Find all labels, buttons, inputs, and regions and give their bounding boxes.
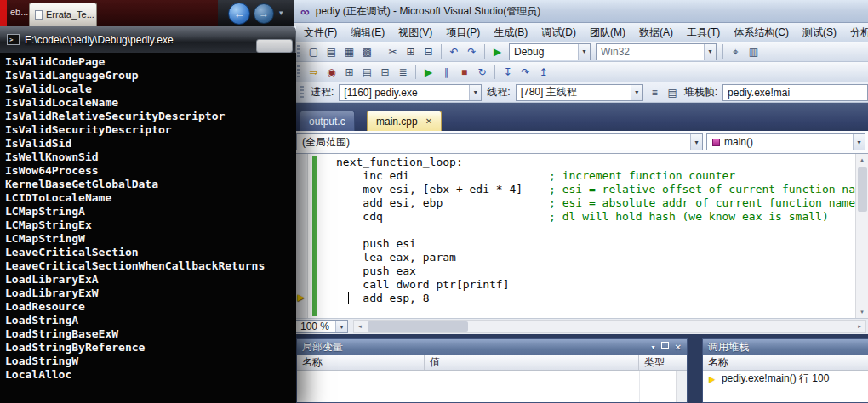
step-over-icon[interactable]: ↷ (517, 64, 534, 80)
step-into-icon[interactable]: ↧ (500, 64, 516, 80)
menu-item[interactable]: 文件(F) (297, 23, 344, 42)
scroll-up-icon[interactable]: ▴ (856, 154, 868, 166)
column-value[interactable]: 值 (425, 355, 639, 370)
vertical-scrollbar[interactable]: ▴ ▾ (855, 154, 868, 318)
menu-item[interactable]: 测试(S) (796, 23, 843, 42)
toolbar-grip[interactable] (297, 45, 300, 58)
locals-panel: 局部变量 ▾ ✕ 名称 值 类型 (296, 338, 688, 403)
thread-combo[interactable]: [780] 主线程 ▾ (516, 84, 643, 101)
text-caret (348, 292, 349, 304)
menu-item[interactable]: 工具(T) (680, 23, 727, 42)
close-icon[interactable]: ✕ (425, 117, 432, 126)
browser-tab[interactable]: Errata_Te... (29, 3, 97, 26)
redo-icon[interactable]: ↷ (464, 43, 480, 60)
undo-icon[interactable]: ↶ (446, 43, 462, 60)
console-output[interactable]: IsValidCodePageIsValidLanguageGroupIsVal… (0, 53, 296, 403)
scrollbar-thumb[interactable] (858, 167, 867, 212)
tab-main-cpp[interactable]: main.cpp ✕ (367, 111, 442, 131)
column-type[interactable]: 类型 (639, 355, 687, 370)
scrollbar-thumb[interactable] (368, 321, 468, 332)
chevron-down-icon[interactable]: ▾ (578, 44, 590, 60)
column-name[interactable]: 名称 (297, 355, 425, 370)
restart-icon[interactable]: ↻ (474, 64, 490, 80)
vertical-scrollbar[interactable] (676, 371, 687, 402)
window-menu-icon[interactable]: ▾ (652, 343, 655, 351)
types-combo[interactable]: (全局范围) ▾ (296, 133, 703, 150)
menu-item[interactable]: 数据(A) (632, 23, 680, 42)
solution-configuration-combo[interactable]: Debug ▾ (509, 43, 591, 60)
toolbar-grip[interactable] (297, 65, 300, 78)
code-text: push esi (336, 237, 549, 251)
code-line: push eax (317, 264, 855, 278)
menu-item[interactable]: 编辑(E) (344, 23, 391, 42)
forward-arrow-icon: → (259, 8, 269, 20)
save-icon[interactable]: ▦ (341, 43, 357, 60)
menu-item[interactable]: 项目(P) (439, 23, 487, 42)
chevron-down-icon[interactable]: ▾ (704, 44, 716, 60)
chevron-down-icon[interactable]: ▾ (853, 134, 865, 150)
chevron-down-icon[interactable]: ▾ (631, 85, 642, 100)
vs-title-bar[interactable]: ∞ pediy (正在调试) - Microsoft Visual Studio… (294, 0, 868, 23)
step-out-icon[interactable]: ↥ (535, 64, 551, 80)
stack-frame-combo[interactable]: pediy.exe!mai (722, 84, 868, 101)
forward-button[interactable]: → (254, 3, 274, 24)
thread-value: [780] 主线程 (521, 85, 577, 99)
console-line: LoadStringW (5, 355, 296, 368)
menu-item[interactable]: 视图(V) (391, 23, 439, 42)
callstack-row[interactable]: ► pediy.exe!main() 行 100 (703, 371, 868, 387)
tab-output-c[interactable]: output.c (300, 111, 355, 131)
callstack-window-icon[interactable]: ≣ (395, 64, 411, 80)
locals-window-icon[interactable]: ▤ (359, 64, 375, 80)
column-name[interactable]: 名称 (703, 355, 868, 370)
immediate-window-icon[interactable]: ⊞ (341, 64, 357, 80)
paste-icon[interactable]: ⊟ (420, 43, 437, 60)
callstack-panel-header[interactable]: 调用堆栈 (703, 339, 868, 355)
process-combo[interactable]: [1160] pediy.exe ▾ (339, 84, 482, 101)
pin-icon[interactable] (661, 342, 669, 353)
scroll-left-icon[interactable]: ◂ (354, 321, 366, 332)
zoom-combo[interactable]: 100 % ▾ (295, 320, 348, 333)
toolbar-grip[interactable] (300, 86, 304, 99)
members-combo[interactable]: main() ▾ (706, 133, 865, 150)
scroll-right-icon[interactable]: ▸ (854, 321, 865, 332)
locals-panel-header[interactable]: 局部变量 ▾ ✕ (297, 339, 687, 355)
find-in-files-icon[interactable]: ⌖ (728, 43, 744, 60)
code-line: call dword ptr[printf] (317, 278, 855, 292)
new-file-icon[interactable]: ▢ (306, 43, 322, 60)
back-arrow-icon: ← (234, 8, 245, 20)
console-title-bar[interactable]: >_ E:\code\c\pediy\Debug\pediy.exe (0, 26, 296, 53)
solution-platform-combo[interactable]: Win32 ▾ (596, 43, 717, 60)
code-editor[interactable]: ► next_function_loop: inc edi; increment… (294, 154, 868, 318)
watch-window-icon[interactable]: ⊟ (377, 64, 393, 80)
horizontal-scrollbar[interactable]: ◂ ▸ (353, 320, 866, 333)
stop-debugging-icon[interactable]: ■ (456, 64, 472, 80)
parallel-stacks-icon[interactable]: ▤ (665, 84, 681, 100)
start-debugging-button[interactable]: ▶ (489, 43, 505, 60)
chevron-down-icon[interactable]: ▾ (335, 321, 347, 332)
show-next-statement-icon[interactable]: ⇒ (306, 64, 322, 80)
standard-toolbar: ▢▤▦▩ ✂⊞⊟ ↶↷ ▶ Debug ▾ Win32 ▾ ⌖▥ (294, 42, 868, 62)
save-all-icon[interactable]: ▩ (359, 43, 375, 60)
code-text: cdq (336, 210, 549, 224)
menu-item[interactable]: 体系结构(C) (727, 23, 796, 42)
stack-frame-value: pediy.exe!mai (728, 87, 790, 99)
menu-item[interactable]: 分析(N) (843, 23, 868, 42)
open-file-icon[interactable]: ▤ (323, 43, 340, 60)
continue-icon[interactable]: ▶ (420, 64, 437, 80)
close-icon[interactable]: ✕ (675, 343, 682, 352)
breakpoints-window-icon[interactable]: ◉ (323, 64, 340, 80)
menu-item[interactable]: 调试(D) (534, 23, 583, 42)
threads-window-icon[interactable]: ≡ (647, 84, 663, 100)
copy-icon[interactable]: ⊞ (403, 43, 419, 60)
menu-item[interactable]: 生成(B) (487, 23, 534, 42)
cut-icon[interactable]: ✂ (385, 43, 401, 60)
scroll-down-icon[interactable]: ▾ (856, 306, 868, 318)
chevron-down-icon[interactable]: ▾ (279, 9, 283, 17)
solution-explorer-icon[interactable]: ▥ (745, 43, 762, 60)
chevron-down-icon[interactable]: ▾ (690, 134, 702, 150)
back-button[interactable]: ← (228, 3, 250, 25)
menu-item[interactable]: 团队(M) (583, 23, 632, 42)
locals-grid[interactable] (297, 371, 687, 402)
break-all-icon[interactable]: ∥ (438, 64, 454, 80)
chevron-down-icon[interactable]: ▾ (469, 85, 481, 100)
